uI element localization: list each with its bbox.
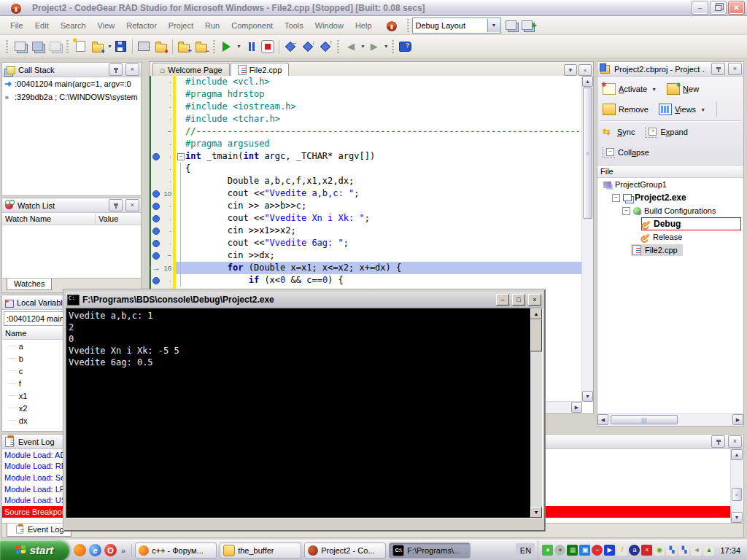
menu-item-component[interactable]: Component xyxy=(225,18,279,33)
pin-icon[interactable] xyxy=(711,63,725,75)
player-icon[interactable]: ▶ xyxy=(604,545,615,556)
language-indicator[interactable]: EN xyxy=(516,543,535,558)
close-icon[interactable]: × xyxy=(728,435,742,448)
code-line[interactable]: ·#pragma argsused xyxy=(151,138,582,150)
code-line[interactable]: ·#include <iostream.h> xyxy=(151,101,582,113)
run-dropdown-icon[interactable]: ▼ xyxy=(236,44,241,49)
breakpoint-dot-icon[interactable] xyxy=(151,274,160,287)
event-log-scrollbar[interactable]: ▲ ≡ ▼ xyxy=(730,449,743,523)
console-titlebar[interactable]: F:\Programs\BDS\console\Debug\Project2.e… xyxy=(66,292,543,308)
code-line[interactable]: →16 for (Double x=x1; x<=x2; x+=dx) { xyxy=(151,262,582,274)
taskbar-button-radstudio[interactable]: Project2 - Co... xyxy=(304,542,386,559)
fold-collapse-icon[interactable] xyxy=(176,150,185,163)
views-button[interactable]: Views▼ xyxy=(657,102,708,117)
start-button[interactable]: start xyxy=(0,540,69,560)
new-window-button[interactable] xyxy=(11,38,28,55)
grid-icon[interactable]: ▦ xyxy=(567,545,578,556)
editor-vscrollbar[interactable]: ▲ ≡ ▼ xyxy=(581,76,593,402)
breakpoint-dot-icon[interactable] xyxy=(151,237,160,249)
network1-icon[interactable]: ▚ xyxy=(666,545,677,556)
code-line[interactable]: −//-------------------------------------… xyxy=(151,125,582,138)
code-line[interactable]: · cout <<"Vvedite 6ag: "; xyxy=(151,237,582,249)
run-until-return-button[interactable]: ↑ xyxy=(317,38,334,55)
menu-item-refactor[interactable]: Refactor xyxy=(120,18,163,33)
wand-icon[interactable]: / xyxy=(616,545,627,556)
activate-button[interactable]: Activate▼ xyxy=(600,82,659,96)
breakpoint-dot-icon[interactable] xyxy=(151,225,160,237)
open-dropdown-icon[interactable]: ▼ xyxy=(107,44,112,49)
scroll-thumb[interactable]: ≡ xyxy=(583,88,592,219)
dropdown-icon[interactable]: ▼ xyxy=(651,87,657,92)
code-line[interactable]: · cin >> a>>b>>c; xyxy=(151,200,582,212)
code-line[interactable]: ·{ xyxy=(151,163,582,175)
breakpoint-dot-icon[interactable] xyxy=(151,187,160,200)
tree-item-debug[interactable]: Debug xyxy=(597,217,743,230)
taskbar-button-folder[interactable]: the_buffer xyxy=(220,542,301,559)
tab-watches[interactable]: Watches xyxy=(7,279,52,290)
nvidia-icon[interactable]: ◉ xyxy=(654,545,665,556)
pin-icon[interactable] xyxy=(109,199,123,211)
scroll-down-icon[interactable]: ▼ xyxy=(530,507,542,518)
forward-dropdown-icon[interactable]: ▼ xyxy=(384,44,389,49)
scroll-up-icon[interactable]: ▲ xyxy=(582,76,593,87)
help-button[interactable] xyxy=(397,38,414,55)
opera-icon[interactable]: O xyxy=(104,544,117,556)
desktop-layout-combo[interactable]: Debug Layout ▼ xyxy=(412,18,501,34)
open-project-button[interactable]: ➧ xyxy=(152,38,170,55)
call-stack-row[interactable]: ●:329bdb2a ; C:\WINDOWS\system xyxy=(2,90,141,104)
new-items-button[interactable] xyxy=(71,38,89,55)
ccs-icon[interactable]: ▣ xyxy=(579,545,590,556)
tree-item-projectgroup1[interactable]: ProjectGroup1 xyxy=(597,178,743,191)
taskbar-button-console[interactable]: C:\F:\Programs\... xyxy=(389,542,471,559)
scroll-thumb[interactable]: ≡ xyxy=(732,488,742,501)
save-button[interactable] xyxy=(112,38,130,55)
open-file-button[interactable]: ➧ xyxy=(89,38,107,55)
save-all-button[interactable] xyxy=(135,38,152,55)
code-line[interactable]: · cin >>x1>>x2; xyxy=(151,225,582,237)
code-line[interactable]: ·#pragma hdrstop xyxy=(151,88,582,101)
save-desktop-button[interactable] xyxy=(503,18,519,33)
breakpoint-dot-icon[interactable] xyxy=(151,212,160,225)
trace-into-button[interactable]: ↓ xyxy=(299,38,317,55)
code-line[interactable]: · if (x<0 && c==0) { xyxy=(151,274,582,287)
console-close-button[interactable]: × xyxy=(528,294,541,306)
breakpoint-dot-icon[interactable] xyxy=(151,249,160,262)
network2-icon[interactable]: ▚ xyxy=(678,545,689,556)
console-scrollbar[interactable]: ▲ ▼ xyxy=(530,308,542,518)
dropdown-icon[interactable]: ▼ xyxy=(700,107,705,112)
console-client-area[interactable]: Vvedite a,b,c: 120Vvedite Xn i Xk: -5 5V… xyxy=(66,308,543,518)
collapse-button[interactable]: Collapse xyxy=(600,146,651,160)
terminate-button[interactable] xyxy=(259,38,276,55)
menu-item-help[interactable]: Help xyxy=(349,18,378,33)
code-line[interactable]: − cin >>dx; xyxy=(151,249,582,262)
combo-dropdown-icon[interactable]: ▼ xyxy=(487,19,500,32)
pin-icon[interactable] xyxy=(109,63,123,76)
add-to-project-button[interactable]: + xyxy=(175,38,193,55)
scroll-down-icon[interactable]: ▼ xyxy=(582,391,593,402)
collapse-node-icon[interactable]: − xyxy=(622,207,630,215)
code-line[interactable]: ·int _tmain(int argc, _TCHAR* argv[]) xyxy=(151,150,582,163)
menu-item-file[interactable]: File xyxy=(4,18,29,33)
code-line[interactable]: 10 cout <<"Vvedite a,b,c: "; xyxy=(151,187,582,200)
minimize-button[interactable]: – xyxy=(692,1,708,15)
update-shield-icon[interactable]: ▲ xyxy=(703,545,714,556)
error-icon[interactable]: × xyxy=(641,545,652,556)
code-line[interactable]: · Double a,b,c,f,x1,x2,dx; xyxy=(151,175,582,187)
project-hscrollbar[interactable]: ◀ |||| ▶ xyxy=(597,413,743,426)
pause-button[interactable] xyxy=(241,38,259,55)
menu-item-edit[interactable]: Edit xyxy=(29,18,55,33)
cascade-windows-button[interactable] xyxy=(28,38,46,55)
browse-forward-button[interactable]: ▶ xyxy=(365,38,383,55)
menu-item-tools[interactable]: Tools xyxy=(279,18,309,33)
scroll-up-icon[interactable]: ▲ xyxy=(731,449,743,460)
breakpoint-dot-icon[interactable] xyxy=(151,150,160,163)
code-line[interactable]: · cout <<"Vvedite Xn i Xk: "; xyxy=(151,212,582,225)
console-window[interactable]: F:\Programs\BDS\console\Debug\Project2.e… xyxy=(63,289,546,532)
close-icon[interactable]: × xyxy=(125,63,139,76)
close-tab-icon[interactable]: × xyxy=(578,64,592,76)
close-button[interactable]: ✕ xyxy=(728,1,745,15)
volume-icon[interactable]: ◄ xyxy=(691,545,702,556)
console-minimize-button[interactable]: – xyxy=(496,294,509,306)
a-sphere-icon[interactable]: a xyxy=(629,545,640,556)
scroll-right-icon[interactable]: ▶ xyxy=(732,414,743,425)
